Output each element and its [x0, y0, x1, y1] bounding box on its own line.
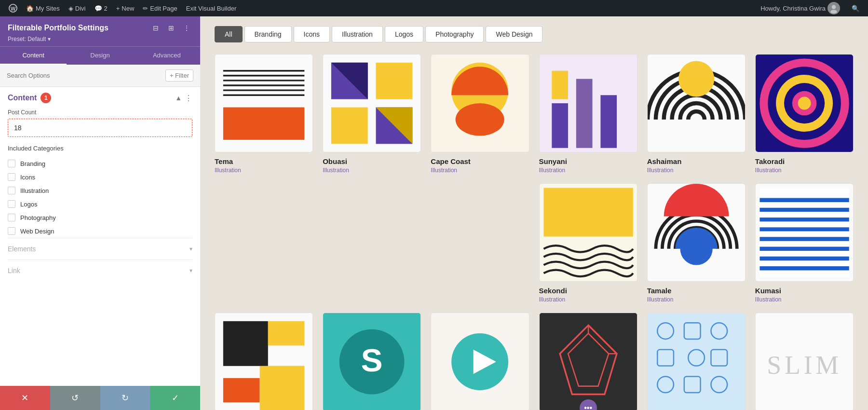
- svg-point-21: [456, 103, 504, 136]
- undo-button[interactable]: ↺: [50, 386, 100, 410]
- included-categories-section: Included Categories Branding Icons Illus…: [8, 145, 192, 238]
- svg-rect-61: [223, 378, 260, 403]
- portfolio-item-slim[interactable]: SLIM Slim Font Illustration, Web: [755, 313, 854, 410]
- portfolio-item-obuasi[interactable]: Obuasi Illustration: [323, 54, 421, 174]
- portfolio-item-shadow[interactable]: S Shadow Inc. Illustration: [323, 313, 421, 410]
- svg-rect-60: [268, 321, 305, 346]
- portfolio-name-sunyani: Sunyani: [539, 157, 637, 165]
- svg-rect-24: [576, 79, 592, 148]
- portfolio-name-tamale: Tamale: [647, 287, 746, 295]
- category-checkbox-illustration[interactable]: [8, 187, 15, 194]
- comments-button[interactable]: 💬 2: [91, 0, 111, 16]
- category-list: Branding Icons Illustration Logos: [8, 157, 192, 238]
- bottom-action-bar: ✕ ↺ ↻ ✓: [0, 386, 200, 410]
- filter-tab-web-design[interactable]: Web Design: [486, 26, 542, 42]
- portfolio-item-takoradi[interactable]: Takoradi Illustration: [755, 54, 854, 174]
- elements-section-header[interactable]: Elements ▾: [8, 245, 192, 253]
- content-section-badge: 1: [41, 93, 51, 103]
- link-section-header[interactable]: Link ▾: [8, 267, 192, 274]
- portfolio-item-tamale[interactable]: Tamale Illustration: [647, 183, 746, 303]
- filter-tab-illustration[interactable]: Illustration: [332, 26, 383, 42]
- portfolio-name-takoradi: Takoradi: [755, 157, 854, 165]
- portfolio-thumb-obuasi: [323, 54, 421, 152]
- svg-rect-15: [331, 108, 368, 144]
- panel-header: Filterable Portfolio Settings ⊟ ⊞ ⋮ Pres…: [0, 16, 200, 46]
- preset-chevron-icon: ▾: [48, 36, 51, 42]
- edit-page-button[interactable]: ✏ Edit Page: [139, 0, 181, 16]
- portfolio-item-airplay[interactable]: Airplay Illustration, Logos: [431, 313, 529, 410]
- portfolio-item-sunyani[interactable]: Sunyani Illustration: [539, 54, 637, 174]
- svg-rect-11: [223, 108, 304, 140]
- svg-rect-75: [648, 313, 745, 410]
- category-checkbox-icons[interactable]: [8, 173, 15, 181]
- portfolio-item-ashaiman[interactable]: Ashaiman Illustration: [647, 54, 746, 174]
- edit-icon: ✏: [143, 5, 148, 12]
- search-button[interactable]: 🔍: [848, 0, 863, 16]
- new-button[interactable]: + New: [112, 0, 138, 16]
- portfolio-item-accra[interactable]: Accra Illustration: [215, 313, 313, 410]
- search-options-input[interactable]: [7, 72, 165, 79]
- cancel-button[interactable]: ✕: [0, 386, 50, 410]
- comment-icon: 💬: [95, 5, 102, 12]
- category-item-branding: Branding: [8, 157, 192, 170]
- preset-selector[interactable]: Preset: Default ▾: [8, 36, 192, 42]
- portfolio-item-ombra[interactable]: ••• Ombra Branding Illustration: [539, 313, 637, 410]
- portfolio-thumb-sunyani: [539, 54, 637, 152]
- portfolio-item-cape-coast[interactable]: Cape Coast Illustration: [431, 54, 529, 174]
- portfolio-cat-obuasi: Illustration: [323, 167, 421, 174]
- divi-icon: ◈: [68, 5, 73, 12]
- svg-rect-62: [260, 366, 305, 410]
- content-section-chevron-icon[interactable]: ▲: [175, 94, 182, 102]
- filter-button[interactable]: + Filter: [165, 69, 193, 82]
- wp-logo-button[interactable]: W: [5, 0, 21, 16]
- filter-tab-logos[interactable]: Logos: [385, 26, 423, 42]
- portfolio-thumb-kumasi: [755, 183, 854, 282]
- expand-icon[interactable]: ⊞: [165, 22, 177, 34]
- svg-point-35: [678, 61, 714, 96]
- my-sites-button[interactable]: 🏠 My Sites: [22, 0, 64, 16]
- portfolio-item-tema[interactable]: Tema Illustration: [215, 54, 313, 174]
- svg-rect-44: [543, 188, 633, 237]
- category-checkbox-web-design[interactable]: [8, 227, 15, 235]
- divi-button[interactable]: ◈ Divi: [65, 0, 90, 16]
- portfolio-name-ashaiman: Ashaiman: [647, 157, 746, 165]
- portfolio-cat-ashaiman: Illustration: [647, 167, 746, 174]
- post-count-label: Post Count: [8, 109, 192, 116]
- elements-section-title: Elements: [8, 245, 36, 253]
- shrink-icon[interactable]: ⊟: [150, 22, 162, 34]
- filter-tab-icons[interactable]: Icons: [294, 26, 330, 42]
- panel-menu-icon[interactable]: ⋮: [181, 22, 192, 34]
- portfolio-cat-sekondi: Illustration: [539, 296, 637, 303]
- portfolio-thumb-line-icon: [647, 313, 746, 410]
- post-count-input[interactable]: [8, 119, 192, 137]
- category-label-branding: Branding: [20, 160, 45, 167]
- save-button[interactable]: ✓: [150, 386, 200, 410]
- portfolio-name-kumasi: Kumasi: [755, 287, 854, 295]
- panel-title: Filterable Portfolio Settings: [8, 24, 108, 32]
- category-item-web-design: Web Design: [8, 224, 192, 238]
- tab-advanced[interactable]: Advanced: [134, 47, 200, 65]
- category-checkbox-photography[interactable]: [8, 214, 15, 221]
- content-section-menu-icon[interactable]: ⋮: [185, 94, 192, 103]
- category-checkbox-branding[interactable]: [8, 160, 15, 167]
- exit-visual-builder-button[interactable]: Exit Visual Builder: [182, 0, 241, 16]
- settings-panel: Filterable Portfolio Settings ⊟ ⊞ ⋮ Pres…: [0, 16, 200, 410]
- portfolio-cat-sunyani: Illustration: [539, 167, 637, 174]
- panel-content: Content 1 ▲ ⋮ Post Count Included Catego…: [0, 87, 200, 386]
- redo-button[interactable]: ↻: [100, 386, 150, 410]
- tab-design[interactable]: Design: [67, 47, 133, 65]
- portfolio-item-kumasi[interactable]: Kumasi Illustration: [755, 183, 854, 303]
- portfolio-thumb-takoradi: [755, 54, 854, 152]
- svg-point-2: [832, 5, 836, 9]
- category-checkbox-logos[interactable]: [8, 200, 15, 208]
- portfolio-thumb-airplay: [431, 313, 529, 410]
- tab-content[interactable]: Content: [0, 47, 67, 65]
- howdy-user[interactable]: Howdy, Christina Gwira: [757, 0, 844, 16]
- portfolio-item-sekondi[interactable]: Sekondi Illustration: [539, 183, 637, 303]
- portfolio-item-line-icon[interactable]: Line Icon Set Illustration, Web: [647, 313, 746, 410]
- filter-tab-photography[interactable]: Photography: [425, 26, 484, 42]
- link-section: Link ▾: [8, 260, 192, 281]
- filter-tab-branding[interactable]: Branding: [244, 26, 292, 42]
- svg-text:W: W: [11, 6, 16, 12]
- filter-tab-all[interactable]: All: [215, 26, 243, 42]
